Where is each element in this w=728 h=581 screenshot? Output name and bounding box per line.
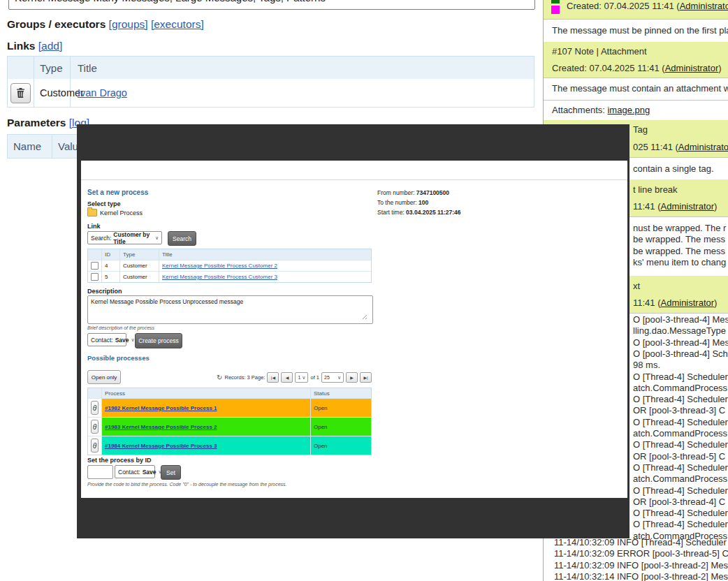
- log-line: 11-14/10:32:09 INFO [pool-3-thread-2] Me…: [554, 560, 728, 571]
- row-checkbox[interactable]: [91, 273, 99, 281]
- log-line-fragment: atch.CommandProcess: [633, 428, 727, 439]
- link-table-header: ID Type Title: [88, 249, 371, 260]
- from-number-line: From number: 7347100500: [377, 189, 449, 196]
- process-link[interactable]: #1984 Kernel Message Possible Process 3: [105, 443, 217, 449]
- paperclip-icon: θ: [93, 404, 96, 412]
- note-108-created-fragment: 025 11:41 (: [633, 142, 678, 152]
- refresh-icon[interactable]: ↻: [217, 374, 222, 381]
- process-row: θ #1982 Kernel Message Possible Process …: [88, 398, 371, 417]
- search-select-label: Search:: [91, 235, 111, 242]
- chevron-down-icon: ∨: [155, 235, 159, 241]
- links-add-link[interactable]: [add]: [38, 40, 62, 52]
- log-line-fragment: 98 ms.: [633, 360, 660, 370]
- start-time-value: 03.04.2025 11:27:46: [406, 209, 460, 216]
- log-line-fragment: O [Thread-4] Scheduler: [633, 439, 728, 450]
- executors-link[interactable]: [executors]: [151, 18, 204, 30]
- note-107-title: #107 Note | Attachment: [552, 46, 647, 57]
- search-button[interactable]: Search: [168, 231, 196, 246]
- status-col: Status: [311, 388, 371, 398]
- pager: ↻ Records: 3 Page: |◀ ◀ 1 ∨ of 1 25 ∨ ▶ …: [224, 372, 372, 383]
- groups-link[interactable]: [groups]: [109, 18, 148, 30]
- row-checkbox[interactable]: [91, 262, 99, 270]
- row-type: Customer: [120, 272, 159, 282]
- select-type-label: Select type: [87, 200, 121, 207]
- note-108-title-fragment: Tag: [633, 124, 648, 135]
- message-name-input[interactable]: [8, 0, 535, 10]
- link-row-title-link[interactable]: Ivan Drago: [78, 87, 127, 98]
- customer-link[interactable]: Kernel Message Possible Process Customer…: [162, 274, 277, 280]
- row-type: Customer: [120, 260, 159, 271]
- administrator-link[interactable]: Administrator: [661, 201, 715, 212]
- process-type-value: Kernel Process: [100, 209, 143, 216]
- set-button[interactable]: Set: [161, 465, 181, 480]
- paperclip-icon: θ: [93, 442, 96, 450]
- link-col-type: Type: [120, 249, 159, 260]
- process-col: Process: [102, 388, 311, 398]
- contact-select[interactable]: Contact: Save ∨: [87, 333, 126, 346]
- search-type-select[interactable]: Search: Customer by Title ∨: [87, 231, 162, 244]
- links-col-type: Type: [34, 57, 71, 79]
- pager-page-select[interactable]: 1 ∨: [295, 372, 308, 383]
- window-header-divider: [81, 179, 627, 180]
- link-candidate-row: 5 Customer Kernel Message Possible Proce…: [88, 271, 371, 282]
- parameters-label: Parameters: [7, 117, 66, 128]
- note-109-text-fragment: ks' menu item to chang: [633, 257, 726, 267]
- links-table-header: Type Title: [8, 57, 534, 79]
- note-109-title-fragment: t line break: [633, 184, 678, 195]
- open-only-button[interactable]: Open only: [87, 370, 121, 384]
- process-type-row[interactable]: Kernel Process: [87, 209, 143, 216]
- administrator-link[interactable]: Administrator: [665, 63, 719, 73]
- color-swatch-green-icon: [551, 0, 560, 3]
- groups-executors-heading: Groups / executors [groups] [executors]: [7, 18, 204, 31]
- log-line-fragment: OR [pool-3-thread-5] C: [633, 451, 725, 462]
- pager-prev-button[interactable]: ◀: [281, 372, 293, 383]
- log-line-fragment: O [pool-3-thread-4] Sch: [633, 348, 728, 359]
- administrator-link[interactable]: Administrator: [680, 1, 728, 11]
- link-section-label: Link: [87, 223, 101, 230]
- to-number-line: To the number: 100: [377, 199, 428, 206]
- chevron-down-icon: ∨: [337, 375, 341, 381]
- pager-next-button[interactable]: ▶: [346, 372, 358, 383]
- attachment-image-link[interactable]: image.png: [607, 105, 650, 115]
- contact-value: Save: [143, 469, 156, 476]
- log-line-fragment: O [pool-3-thread-4] Mes: [633, 314, 728, 325]
- process-status: Open: [311, 418, 371, 436]
- log-line-fragment: OR [pool-3-thread-3] C: [633, 405, 725, 415]
- delete-link-button[interactable]: [10, 83, 31, 103]
- note-row-107: #107 Note | Attachment Created: 07.04.20…: [544, 42, 728, 78]
- customer-link[interactable]: Kernel Message Possible Process Customer…: [162, 263, 277, 269]
- contact-label: Contact:: [91, 337, 113, 344]
- process-id-input[interactable]: [87, 465, 113, 479]
- pager-size-select[interactable]: 25 ∨: [321, 372, 344, 383]
- process-link[interactable]: #1983 Kernel Message Possible Process 2: [105, 424, 217, 430]
- pager-last-button[interactable]: ▶|: [360, 372, 372, 383]
- log-line-fragment: atch.CommandProcess: [633, 383, 727, 393]
- description-textarea[interactable]: Kernel Message Possible Process Unproces…: [87, 295, 373, 324]
- pager-first-button[interactable]: |◀: [267, 372, 279, 383]
- bind-process-button[interactable]: θ: [91, 420, 99, 434]
- from-number-value: 7347100500: [416, 189, 449, 196]
- note-109-close: ): [714, 201, 717, 212]
- contact-select-2[interactable]: Contact: Save ∨: [115, 465, 155, 478]
- trash-icon: [16, 88, 25, 98]
- note-107-created: Created: 07.04.2025 11:41 (: [552, 63, 665, 73]
- note-107-text: The message must contain an attachment w…: [552, 83, 728, 94]
- description-hint: Brief description of the process: [87, 325, 154, 330]
- note-110-close: ): [714, 297, 717, 308]
- log-line-fragment: O [Thread-4] Scheduler: [633, 508, 728, 518]
- link-row-type: Customer: [34, 79, 71, 107]
- links-col-actions: [8, 57, 34, 79]
- administrator-link[interactable]: Administrato: [678, 142, 728, 152]
- log-line: 11-14/10:32:14 INFO [pool-3-thread-2] Me…: [554, 571, 728, 581]
- bind-process-button[interactable]: θ: [91, 439, 99, 453]
- create-process-button[interactable]: Create process: [135, 333, 182, 348]
- log-line-fragment: O [Thread-4] Scheduler: [633, 462, 728, 473]
- bind-process-button[interactable]: θ: [91, 401, 99, 415]
- link-candidate-row: 4 Customer Kernel Message Possible Proce…: [88, 260, 371, 271]
- process-row: θ #1984 Kernel Message Possible Process …: [88, 436, 371, 455]
- administrator-link[interactable]: Administrator: [661, 297, 715, 308]
- note-109-text-fragment: nust be wrapped. The r: [633, 223, 726, 233]
- process-link[interactable]: #1982 Kernel Message Possible Process 1: [105, 405, 217, 411]
- note-created-text: Created: 07.04.2025 11:41 (: [567, 1, 680, 11]
- to-number-label: To the number:: [377, 199, 417, 206]
